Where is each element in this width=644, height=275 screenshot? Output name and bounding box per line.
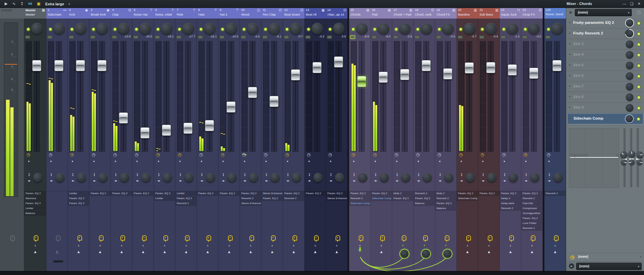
route-chevron-icon[interactable]: ∧ xyxy=(371,245,392,247)
track-header[interactable]: 22 ⊓ Squar..luck xyxy=(500,8,521,19)
pan-knob[interactable] xyxy=(311,23,323,34)
view-size-label[interactable]: Extra large xyxy=(45,2,64,6)
audio-output-jack-icon[interactable] xyxy=(554,235,559,241)
route-chevron-icon[interactable]: ∧ xyxy=(154,245,175,247)
volume-fader-handle[interactable] xyxy=(552,60,562,71)
plugin-slot-item[interactable]: Param. EQ 2 xyxy=(457,191,478,196)
volume-fader-handle[interactable] xyxy=(486,62,495,73)
audio-output-jack-icon[interactable] xyxy=(359,235,363,241)
track-header[interactable]: 4 ⊡ Clap xyxy=(111,8,132,19)
mixer-track[interactable]: 4 ⊡ Clap-13.8 ◷▲▼◂▸Param. EQ 2∧ ▲ xyxy=(111,8,132,271)
plugin-slot-item[interactable]: Stereo Enhancer xyxy=(240,201,261,206)
plugin-slot-item[interactable]: Param. EQ 2 xyxy=(304,191,326,196)
slot-mix-knob[interactable] xyxy=(626,104,633,112)
slot-mix-knob[interactable] xyxy=(626,93,633,101)
pan-knob[interactable] xyxy=(356,23,368,34)
pan-knob[interactable] xyxy=(485,23,497,34)
pan-knob[interactable] xyxy=(53,23,65,34)
plugin-slot-item[interactable]: Param. EQ 2 xyxy=(89,191,111,196)
pan-knob[interactable] xyxy=(464,23,475,34)
volume-fader-handle[interactable] xyxy=(32,60,41,71)
track-header[interactable]: 125 Rever..Send xyxy=(544,8,566,19)
track-enable-led[interactable] xyxy=(49,28,52,31)
slot-enable-led[interactable] xyxy=(637,32,641,36)
slot-enable-led[interactable] xyxy=(637,96,641,99)
track-select-square[interactable] xyxy=(69,35,74,39)
audio-output-jack-icon[interactable] xyxy=(120,235,125,241)
audio-output-jack-icon[interactable] xyxy=(314,235,319,241)
route-to-master-icon[interactable]: ▲ xyxy=(175,249,197,254)
slot-enable-led[interactable] xyxy=(637,22,641,25)
plugin-slot-item[interactable]: Param. EQ 2 xyxy=(392,196,413,201)
volume-fader-handle[interactable] xyxy=(97,60,107,71)
volume-fader-track[interactable] xyxy=(77,41,83,152)
mixer-track[interactable]: 23 Ω Chop FX-3.0◷▲▼◂▸Param. EQ 2Reeverb … xyxy=(521,8,543,271)
route-chevron-icon[interactable]: ∧ xyxy=(478,245,500,247)
audio-output-jack-icon[interactable] xyxy=(445,235,449,241)
clock-icon[interactable]: ◷ xyxy=(328,152,332,157)
mixer-track[interactable]: 20 ▥ Bassline-0.7◷▲▼◂▸Param. EQ 2Sidecha… xyxy=(457,8,478,271)
track-enable-led[interactable] xyxy=(242,28,246,31)
mixer-track[interactable]: 14 ⊡ Attac..ap 140.9◷▲▼◂▸Param. EQ 2Ster… xyxy=(326,8,347,271)
audio-output-jack-icon[interactable] xyxy=(250,235,254,241)
volume-fader-track[interactable] xyxy=(554,41,560,152)
clock-icon[interactable]: ◷ xyxy=(178,152,181,157)
layout-icon[interactable]: ▣ xyxy=(37,0,40,8)
plugin-slot-item[interactable]: Soundgoodizer xyxy=(521,211,542,216)
stereo-separation-knob[interactable] xyxy=(270,173,280,182)
plugin-slot-item[interactable]: Limiter xyxy=(24,206,46,211)
plugin-slot-item[interactable]: Param. EQ 2 xyxy=(197,191,218,196)
audio-output-jack-icon[interactable] xyxy=(531,235,535,241)
pan-knob[interactable] xyxy=(118,23,129,34)
track-enable-led[interactable] xyxy=(307,28,310,31)
slot-mix-knob[interactable] xyxy=(626,51,633,59)
volume-fader-track[interactable] xyxy=(402,41,408,152)
mixer-track[interactable]: 18 Ω Chord..verb◷▲▼◂▸Reeverb 2Param. EQ … xyxy=(414,8,435,271)
mixer-track[interactable]: 17 ▥ Chord + Pad-3.9◷▲▼◂▸Mute 2Param. EQ… xyxy=(392,8,414,271)
volume-fader-handle[interactable] xyxy=(400,69,409,80)
mixer-track[interactable]: 7 ⊤ Ride-17.7◷▲▼◂▸LimiterParam. EQ 2Reev… xyxy=(175,8,197,271)
volume-fader-track[interactable] xyxy=(207,41,212,152)
pan-knob[interactable] xyxy=(290,23,301,34)
pan-knob[interactable] xyxy=(268,23,280,34)
eq-knob-2[interactable] xyxy=(628,151,635,158)
send-level-knob[interactable] xyxy=(442,249,452,259)
audio-output-jack-icon[interactable] xyxy=(336,235,340,241)
plugin-slot-item[interactable]: Param. EQ 2 xyxy=(24,191,46,196)
track-select-square[interactable] xyxy=(436,35,441,39)
route-chevron-icon[interactable]: ∧ xyxy=(175,245,197,247)
track-select-square[interactable] xyxy=(25,35,30,39)
plugin-slot-item[interactable]: Compressor xyxy=(521,206,542,211)
plugin-slot-item[interactable]: Sidechain Comp xyxy=(349,201,370,206)
plugin-slot-item[interactable]: Param. EQ 2 xyxy=(175,196,197,201)
route-chevron-icon[interactable]: ∧ xyxy=(68,245,89,247)
slot-arrow-icon[interactable]: ▸ xyxy=(569,42,571,45)
clock-icon[interactable]: ◷ xyxy=(373,152,377,157)
stereo-separation-knob[interactable] xyxy=(77,173,86,182)
stereo-separation-knob[interactable] xyxy=(466,173,475,182)
volume-fader-track[interactable] xyxy=(34,41,40,152)
plugin-slot-item[interactable]: Reeverb 2 xyxy=(175,201,197,206)
mixer-track[interactable]: 8 ⊤ Hats-16.1 ◷▲▼◂▸Param. EQ 2∧ ▲ xyxy=(197,8,218,271)
track-enable-led[interactable] xyxy=(178,28,181,31)
route-to-master-icon[interactable]: ▲ xyxy=(457,249,478,254)
volume-fader-handle[interactable] xyxy=(162,125,171,136)
audio-output-jack-icon[interactable] xyxy=(185,235,190,241)
volume-fader-track[interactable] xyxy=(509,41,515,152)
eq-knob-3[interactable] xyxy=(636,151,643,159)
sidechain-source-arrow-icon[interactable]: ▼ xyxy=(349,248,371,253)
track-select-square[interactable] xyxy=(90,35,95,39)
pan-knob[interactable] xyxy=(96,23,108,34)
plugin-slot-item[interactable]: Param. EQ 2 xyxy=(521,216,542,221)
track-header[interactable]: 10 ◫ Wood xyxy=(240,8,261,19)
stereo-separation-knob[interactable] xyxy=(163,173,172,182)
mixer-track[interactable]: 16 ▥ Pad-5.0◷▲▼◂▸Param. EQ 2Sidechain Co… xyxy=(371,8,392,271)
slot-arrow-icon[interactable]: ▸ xyxy=(570,117,571,120)
stereo-separation-knob[interactable] xyxy=(141,173,151,182)
track-header[interactable]: 6 ⊤ Noise..mbal xyxy=(154,8,175,19)
audio-output-jack-icon[interactable] xyxy=(228,235,233,241)
pan-knob[interactable] xyxy=(507,23,518,34)
volume-fader-track[interactable] xyxy=(488,41,494,152)
stereo-separation-knob[interactable] xyxy=(444,173,453,182)
volume-fader-handle[interactable] xyxy=(379,72,388,83)
